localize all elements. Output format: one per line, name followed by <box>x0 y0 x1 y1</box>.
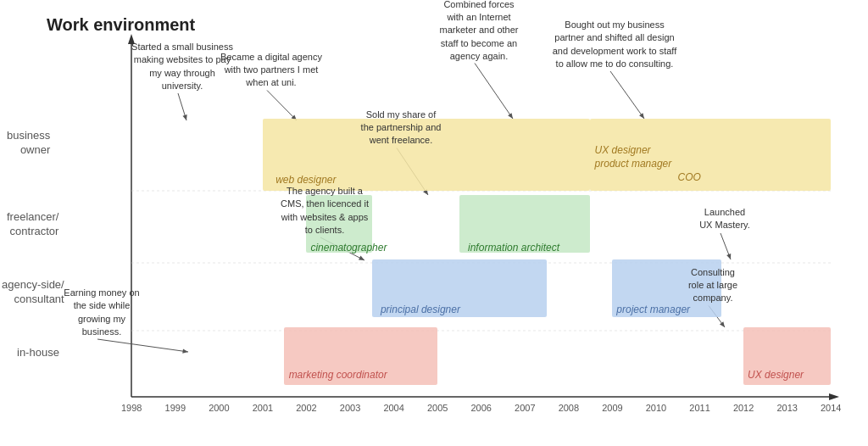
x-label-2000: 2000 <box>209 403 229 413</box>
annotation-text: Sold my share ofthe partnership andwent … <box>344 109 458 148</box>
x-label-2012: 2012 <box>733 403 754 413</box>
x-label-2005: 2005 <box>427 403 448 413</box>
svg-line-21 <box>721 233 731 259</box>
svg-marker-22 <box>726 254 731 259</box>
role-label: web designer <box>275 174 336 186</box>
role-label: information architect <box>468 242 559 254</box>
x-label-2013: 2013 <box>776 403 797 413</box>
svg-marker-8 <box>182 114 186 120</box>
x-label-1999: 1999 <box>165 403 186 413</box>
x-label-2003: 2003 <box>340 403 360 413</box>
x-label-2008: 2008 <box>559 403 579 413</box>
y-label-inhouse: in-house <box>17 346 59 360</box>
annotation-text: LaunchedUX Mastery. <box>690 206 760 232</box>
svg-marker-3 <box>829 393 839 400</box>
x-label-2011: 2011 <box>689 403 709 413</box>
x-label-2006: 2006 <box>471 403 492 413</box>
svg-marker-24 <box>720 321 725 327</box>
role-label: principal designer <box>381 304 460 315</box>
svg-line-7 <box>178 93 186 120</box>
x-label-2004: 2004 <box>383 403 403 413</box>
svg-line-17 <box>610 71 644 119</box>
y-label-business-owner: businessowner <box>7 129 50 158</box>
role-label: UX designer <box>595 144 651 156</box>
chart-title: Work environment <box>47 15 195 35</box>
annotation-text: Bought out my businesspartner and shifte… <box>528 19 702 71</box>
annotation-text: Became a digital agencywith two partners… <box>203 51 339 90</box>
x-label-2009: 2009 <box>602 403 622 413</box>
svg-line-19 <box>97 339 188 352</box>
x-label-2014: 2014 <box>821 403 841 413</box>
svg-marker-18 <box>639 113 644 119</box>
role-label: project manager <box>616 304 690 315</box>
x-label-2007: 2007 <box>515 403 535 413</box>
role-label: marketing coordinator <box>289 369 387 381</box>
annotation-text: Consultingrole at largecompany. <box>673 266 754 305</box>
role-label: UX designer <box>748 369 804 381</box>
annotation-text: The agency built aCMS, then licenced itw… <box>263 185 387 237</box>
svg-marker-20 <box>182 348 188 353</box>
svg-line-15 <box>475 64 513 120</box>
role-label: cinematographer <box>310 242 387 254</box>
y-label-freelancer: freelancer/contractor <box>7 210 58 239</box>
x-label-1998: 1998 <box>121 403 142 413</box>
x-label-2001: 2001 <box>253 403 273 413</box>
role-label: COO <box>678 171 701 183</box>
svg-marker-12 <box>359 256 364 260</box>
x-label-2010: 2010 <box>646 403 666 413</box>
annotation-text: Earning money onthe side whilegrowing my… <box>53 287 150 339</box>
svg-line-9 <box>267 91 297 121</box>
role-label: product manager <box>595 158 672 170</box>
x-label-2002: 2002 <box>296 403 316 413</box>
annotation-text: Combined forceswith an Internetmarketer … <box>426 0 533 63</box>
chart-container: Work environment businessowner freelance… <box>0 0 868 446</box>
svg-marker-16 <box>508 113 513 119</box>
